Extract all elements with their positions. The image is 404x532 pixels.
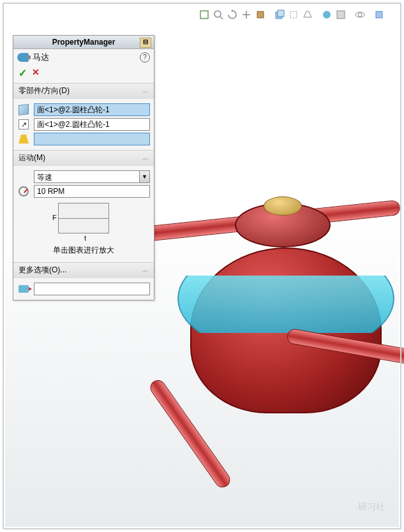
svg-rect-0 [200, 11, 208, 18]
feature-name: 马达 [33, 52, 136, 63]
hidden-lines-icon[interactable] [288, 9, 299, 20]
options-input[interactable] [34, 283, 150, 295]
zoom-fit-icon[interactable] [198, 9, 210, 20]
view-settings-icon[interactable] [354, 9, 366, 20]
section-icon[interactable] [255, 9, 266, 20]
section-motion-header[interactable]: 运动(M) ︿ [13, 151, 154, 166]
watermark: 研习社 [358, 501, 385, 513]
scene-icon[interactable] [335, 9, 347, 20]
graph-y-label: F [52, 214, 57, 221]
svg-rect-5 [278, 10, 284, 17]
section-motion: 运动(M) ︿ 等速 ▼ F t 单击图表进行放大 [13, 150, 154, 262]
section-direction: 零部件/方向(D) ︿ ↗ [13, 83, 154, 150]
appearance-icon[interactable] [321, 9, 333, 20]
svg-point-9 [358, 13, 362, 17]
direction-arrow-icon[interactable]: ↗ [17, 118, 30, 131]
motion-graph[interactable]: F t [58, 203, 109, 233]
face-selection-input[interactable] [34, 103, 150, 116]
section-options: 更多选项(O)... ︿ [13, 262, 154, 300]
section-options-header[interactable]: 更多选项(O)... ︿ [13, 263, 154, 278]
section-direction-label: 零部件/方向(D) [19, 85, 70, 96]
svg-point-7 [323, 11, 331, 18]
svg-rect-8 [337, 11, 345, 18]
svg-rect-3 [257, 11, 264, 18]
pin-button[interactable]: ⊟ [140, 38, 151, 48]
origin-selection-input[interactable] [34, 133, 150, 145]
speed-input[interactable] [34, 185, 150, 198]
help-icon[interactable]: ? [140, 52, 150, 63]
dropdown-arrow-icon[interactable]: ▼ [140, 170, 150, 183]
origin-icon [17, 133, 30, 145]
chevron-up-icon: ︿ [142, 266, 149, 275]
panel-header: PropertyManager ⊟ [13, 36, 154, 49]
zoom-area-icon[interactable] [213, 9, 224, 20]
feature-title-row: 马达 ? [13, 49, 154, 66]
chevron-up-icon: ︿ [142, 87, 149, 96]
rotate-icon[interactable] [227, 9, 238, 20]
svg-line-2 [220, 17, 223, 19]
speed-gauge-icon [17, 185, 30, 198]
motor-icon [17, 53, 29, 62]
section-direction-header[interactable]: 零部件/方向(D) ︿ [13, 84, 154, 99]
load-component-icon [17, 283, 30, 295]
view-toolbar [198, 9, 385, 20]
svg-rect-11 [376, 11, 382, 18]
svg-rect-6 [290, 11, 297, 18]
display-style-icon[interactable] [274, 9, 285, 20]
confirm-row: ✓ ✕ [13, 66, 154, 83]
svg-point-1 [214, 11, 221, 17]
hide-show-icon[interactable] [373, 9, 385, 20]
ok-button[interactable]: ✓ [19, 67, 27, 79]
section-motion-label: 运动(M) [19, 152, 45, 163]
model-3d[interactable] [158, 184, 393, 521]
face-icon [17, 103, 30, 116]
motion-type-select[interactable]: 等速 [34, 170, 140, 183]
perspective-icon[interactable] [302, 9, 313, 20]
panel-title: PropertyManager [52, 38, 116, 47]
graph-x-label: t [84, 234, 86, 242]
pan-icon[interactable] [241, 9, 252, 20]
chevron-up-icon: ︿ [142, 154, 149, 163]
direction-selection-input[interactable] [34, 118, 150, 131]
section-options-label: 更多选项(O)... [19, 265, 66, 276]
property-manager-panel: PropertyManager ⊟ 马达 ? ✓ ✕ 零部件/方向(D) ︿ ↗ [13, 35, 154, 300]
cancel-button[interactable]: ✕ [32, 67, 40, 79]
